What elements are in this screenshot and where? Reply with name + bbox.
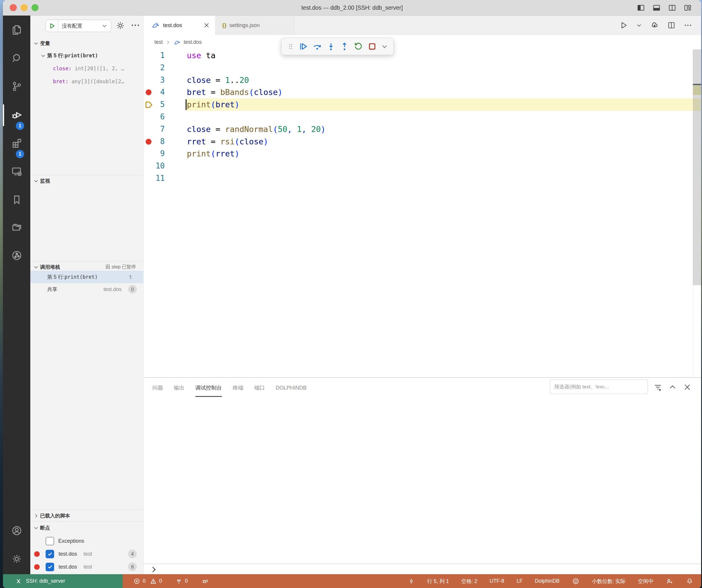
start-debug-button[interactable] [46, 20, 58, 32]
breakpoint-row[interactable]: test.dos test 8 [30, 561, 143, 573]
share-session-icon[interactable] [666, 577, 674, 585]
maximize-panel-icon[interactable] [669, 383, 677, 391]
language-mode[interactable]: DolphinDB [535, 578, 560, 584]
debug-settings-gear-icon[interactable] [115, 20, 126, 31]
settings-button[interactable] [3, 548, 30, 570]
split-editor-icon[interactable] [667, 21, 676, 29]
ports-indicator[interactable]: 0 [176, 578, 188, 585]
section-divider [30, 509, 143, 510]
overview-ruler-mark [693, 84, 701, 85]
checkbox-checked[interactable] [45, 563, 54, 571]
debug-config-dropdown[interactable]: 没有配置 [45, 20, 111, 32]
code-line-2[interactable]: 2 [144, 62, 701, 74]
variable-row[interactable]: close: int[20]([1, 2, … [30, 62, 143, 75]
views-more-actions-icon[interactable] [130, 20, 140, 30]
code-line-1[interactable]: 1use ta [144, 49, 701, 62]
sidebar-item-remote-explorer[interactable] [3, 160, 30, 182]
breakpoint-exceptions-row[interactable]: Exceptions [30, 535, 143, 547]
sidebar-item-search[interactable] [3, 47, 30, 69]
section-variables[interactable]: 变量 [30, 38, 143, 49]
debug-console-filter-input[interactable]: 筛选器(例如 text、!exc... [550, 380, 648, 394]
step-into-button[interactable] [326, 41, 336, 51]
stop-button[interactable] [367, 41, 377, 51]
step-over-button[interactable] [312, 41, 322, 51]
code-editor[interactable]: 1use ta23close = 1..204bret = bBands(clo… [144, 49, 701, 377]
continue-button[interactable] [298, 41, 308, 51]
variable-row[interactable]: bret: any[3]([double[2… [30, 75, 143, 88]
drag-handle-icon[interactable] [287, 43, 295, 50]
panel-tab-debug-console[interactable]: 调试控制台 [195, 378, 222, 398]
code-line-7[interactable]: 7close = randNormal(50, 1, 20) [144, 123, 701, 136]
remote-indicator[interactable]: SSH: ddb_server [3, 574, 123, 588]
indentation[interactable]: 空格: 2 [461, 578, 477, 585]
close-tab-icon[interactable] [203, 22, 210, 28]
panel-tab-problems[interactable]: 问题 [152, 378, 163, 398]
problems-indicator[interactable]: 0 0 [133, 578, 162, 585]
sidebar-item-extensions[interactable]: 1 [3, 132, 30, 154]
text-cursor [186, 99, 187, 110]
code-line-9[interactable]: 9print(rret) [144, 148, 701, 160]
ssh-port-indicator[interactable] [408, 578, 415, 585]
code-line-11[interactable]: 11 [144, 172, 701, 185]
code-line-3[interactable]: 3close = 1..20 [144, 74, 701, 87]
breadcrumb-folder[interactable]: test [154, 39, 163, 45]
cursor-position[interactable]: 行 5, 列 1 [427, 578, 449, 585]
sidebar-item-source-control[interactable] [3, 76, 30, 97]
panel-tab-output[interactable]: 输出 [174, 378, 185, 398]
sidebar-item-run-debug[interactable]: 1 [3, 104, 30, 126]
prompt-chevron-icon [150, 566, 158, 573]
stack-thread-row[interactable]: 共享 test.dos 0 [30, 283, 143, 295]
panel-tab-terminal[interactable]: 终端 [233, 378, 243, 398]
code-line-8[interactable]: 8rret = rsi(close) [144, 136, 701, 148]
breakpoint-row[interactable]: test.dos test 4 [30, 548, 143, 560]
run-dropdown-chevron-icon[interactable] [636, 22, 642, 28]
code-line-10[interactable]: 10 [144, 160, 701, 172]
toggle-panel-icon[interactable] [653, 4, 661, 12]
eol[interactable]: LF [517, 578, 522, 584]
variables-scope-row[interactable]: 第 5 行: print(bret) [30, 49, 143, 62]
account-button[interactable] [3, 520, 30, 542]
section-watch[interactable]: 监视 [30, 175, 143, 186]
section-loaded-scripts[interactable]: 已载入的脚本 [30, 510, 143, 521]
chevron-down-icon [33, 264, 39, 270]
section-breakpoints[interactable]: 断点 [30, 522, 143, 533]
code-line-4[interactable]: 4bret = bBands(close) [144, 86, 701, 99]
debug-session-indicator[interactable] [201, 577, 209, 585]
checkbox-checked[interactable] [45, 550, 54, 558]
step-out-button[interactable] [340, 41, 350, 51]
checkbox-unchecked[interactable] [45, 537, 54, 545]
run-debug-icon [11, 109, 23, 121]
overview-ruler-mark [693, 86, 701, 95]
decimals-mode[interactable]: 小数位数: 实际 [592, 578, 626, 585]
notifications-bell-icon[interactable] [686, 577, 693, 585]
toggle-secondary-sidebar-icon[interactable] [668, 4, 676, 12]
sidebar-item-dolphindb[interactable] [3, 245, 30, 266]
sidebar-item-bookmarks[interactable] [3, 189, 30, 210]
debug-console-input[interactable] [144, 564, 701, 575]
debug-more-chevron-icon[interactable] [381, 43, 388, 50]
filter-icon[interactable] [654, 383, 662, 392]
stack-frame-row[interactable]: 第 5 行: print(bret) t [30, 271, 143, 283]
tab-test-dos[interactable]: test.dos [144, 16, 215, 35]
customize-layout-icon[interactable] [684, 4, 692, 12]
restart-button[interactable] [353, 41, 363, 51]
close-panel-icon[interactable] [683, 383, 691, 391]
breadcrumb-file[interactable]: test.dos [184, 39, 202, 45]
panel-tab-dolphindb[interactable]: DOLPHINDB [276, 378, 307, 398]
editor-more-actions-icon[interactable] [684, 21, 692, 30]
panel-tab-ports[interactable]: 端口 [254, 378, 265, 398]
sidebar-item-project-manager[interactable] [3, 216, 30, 238]
server-status[interactable]: 空闲中 [638, 578, 654, 585]
window-title: test.dos — ddb_2.00 [SSH: ddb_server] [3, 0, 701, 16]
tab-settings-json[interactable]: {} settings.json [215, 16, 295, 35]
breakpoint-icon[interactable] [146, 139, 151, 145]
upload-icon[interactable] [650, 21, 659, 30]
code-line-6[interactable]: 6 [144, 111, 701, 123]
encoding[interactable]: UTF-8 [490, 578, 504, 584]
bookmarks-icon [11, 194, 23, 205]
run-file-button[interactable] [619, 21, 628, 30]
toggle-primary-sidebar-icon[interactable] [637, 4, 645, 12]
feedback-smiley-icon[interactable] [572, 577, 580, 585]
sidebar-item-explorer[interactable] [3, 18, 30, 40]
code-line-5[interactable]: 5print(bret) [144, 99, 701, 111]
